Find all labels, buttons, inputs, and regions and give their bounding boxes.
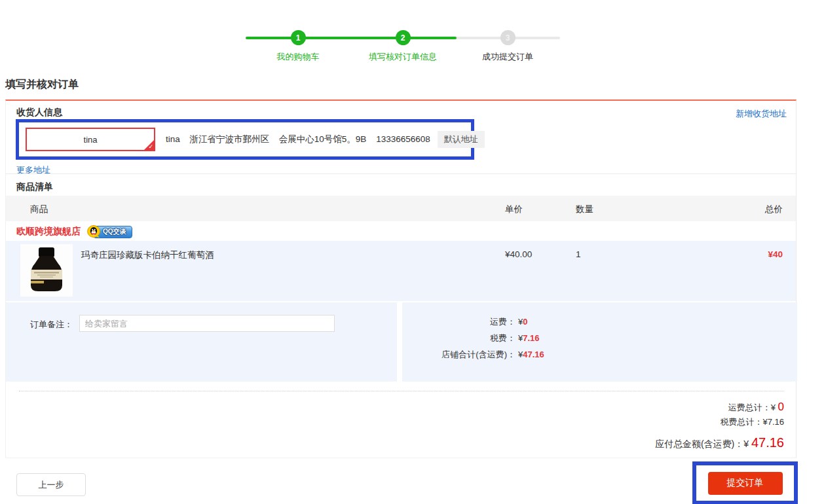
store-subtotal-currency: ¥: [518, 346, 523, 363]
step-2-circle: 2: [396, 30, 411, 45]
step-cart: 1 我的购物车: [246, 30, 350, 63]
qq-chat-label: QQ交谈: [103, 227, 126, 236]
address-card-name: tina: [84, 135, 98, 145]
selected-address-card[interactable]: tina ✓: [26, 128, 155, 151]
col-header-unit-price: 单价: [505, 204, 523, 215]
qq-chat-button[interactable]: QQ交谈: [87, 225, 132, 238]
store-shipping-row: 运费： ¥ 0: [421, 314, 544, 330]
summary-tax-row: 税费总计：¥7.16: [19, 415, 784, 429]
order-remark-input[interactable]: [79, 315, 335, 332]
address-street: 会展中心10号馆5。9B: [279, 134, 367, 144]
back-button[interactable]: 上一步: [16, 473, 86, 496]
address-phone: 13336656608: [376, 134, 430, 144]
store-subtotal-row: 店铺合计(含运费)： ¥ 47.16: [421, 346, 544, 363]
step-3-label: 成功提交订单: [482, 51, 533, 63]
address-recipient: tina: [166, 134, 180, 144]
address-detail-line: tina 浙江省宁波市鄞州区 会展中心10号馆5。9B 13336656608: [166, 134, 438, 145]
wine-bottle-image: [20, 244, 73, 297]
add-address-link[interactable]: 新增收货地址: [736, 108, 787, 120]
store-tax-label: 税费：: [421, 330, 516, 346]
order-remark-label: 订单备注：: [30, 319, 73, 331]
product-row: 玛奇庄园珍藏版卡伯纳干红葡萄酒 ¥40.00 1 ¥40: [6, 241, 796, 301]
summary-payable-label: 应付总金额(含运费)：: [655, 439, 743, 449]
qq-penguin-icon: [87, 225, 101, 238]
store-tax-value: 7.16: [523, 330, 539, 346]
step-2-label: 填写核对订单信息: [369, 51, 437, 63]
store-tax-row: 税费： ¥ 7.16: [421, 330, 544, 346]
page-title: 填写并核对订单: [5, 78, 79, 92]
store-shipping-value: 0: [523, 314, 527, 330]
summary-shipping-currency: ¥: [771, 403, 778, 412]
product-total-price: ¥40: [768, 249, 783, 259]
store-subtotal-value: 47.16: [523, 346, 544, 363]
summary-shipping-row: 运费总计：¥ 0: [19, 400, 784, 415]
checkout-stepper: 1 我的购物车 2 填写核对订单信息 3 成功提交订单: [246, 30, 560, 63]
highlight-box-address: tina ✓ tina 浙江省宁波市鄞州区 会展中心10号馆5。9B 13336…: [16, 119, 474, 160]
summary-tax-value: ¥7.16: [762, 417, 784, 427]
address-region: 浙江省宁波市鄞州区: [190, 134, 270, 144]
highlight-box-submit: 提交订单: [692, 461, 798, 504]
product-quantity: 1: [576, 249, 581, 259]
col-header-total: 总价: [765, 204, 783, 215]
checkout-page: 1 我的购物车 2 填写核对订单信息 3 成功提交订单 填写并核对订单 收货人信…: [0, 0, 826, 504]
store-row: 欧顺跨境旗舰店 QQ交谈: [6, 221, 796, 242]
order-summary: 运费总计：¥ 0 税费总计：¥7.16 应付总金额(含运费)：¥ 47.16: [19, 391, 784, 454]
store-shipping-currency: ¥: [518, 314, 523, 330]
product-table-header: 商品 单价 数量 总价: [6, 196, 796, 221]
product-name-link[interactable]: 玛奇庄园珍藏版卡伯纳干红葡萄酒: [81, 249, 214, 261]
consignee-section-title: 收货人信息: [16, 107, 62, 118]
order-box: 收货人信息 新增收货地址 tina ✓ tina 浙江省宁波市鄞州区 会展中心1…: [5, 99, 797, 458]
summary-payable-value: 47.16: [751, 435, 784, 450]
product-image[interactable]: [20, 244, 73, 297]
store-subtotal-label: 店铺合计(含运费)：: [421, 346, 516, 363]
submit-order-button[interactable]: 提交订单: [708, 472, 783, 495]
step-3-circle: 3: [500, 30, 516, 45]
check-icon: ✓: [148, 144, 153, 150]
summary-shipping-value: 0: [778, 401, 784, 413]
store-tax-currency: ¥: [518, 330, 523, 346]
step-1-label: 我的购物车: [277, 51, 320, 63]
store-shipping-label: 运费：: [421, 314, 516, 330]
summary-payable-row: 应付总金额(含运费)：¥ 47.16: [19, 433, 784, 454]
col-header-quantity: 数量: [576, 204, 593, 215]
order-remark-panel: 订单备注：: [6, 302, 397, 382]
step-1-circle: 1: [291, 30, 306, 45]
step-confirm-order: 2 填写核对订单信息: [350, 30, 455, 63]
step-submitted: 3 成功提交订单: [455, 30, 560, 63]
store-totals-panel: 运费： ¥ 0 税费： ¥ 7.16 店铺合计(含运费)： ¥ 47.16: [402, 302, 797, 382]
summary-payable-currency: ¥: [743, 439, 751, 449]
col-header-product: 商品: [30, 204, 48, 215]
summary-shipping-label: 运费总计：: [728, 403, 771, 412]
summary-tax-label: 税费总计：: [720, 417, 762, 427]
product-unit-price: ¥40.00: [505, 249, 532, 259]
default-address-badge: 默认地址: [438, 131, 485, 148]
store-name-link[interactable]: 欧顺跨境旗舰店: [16, 226, 81, 238]
